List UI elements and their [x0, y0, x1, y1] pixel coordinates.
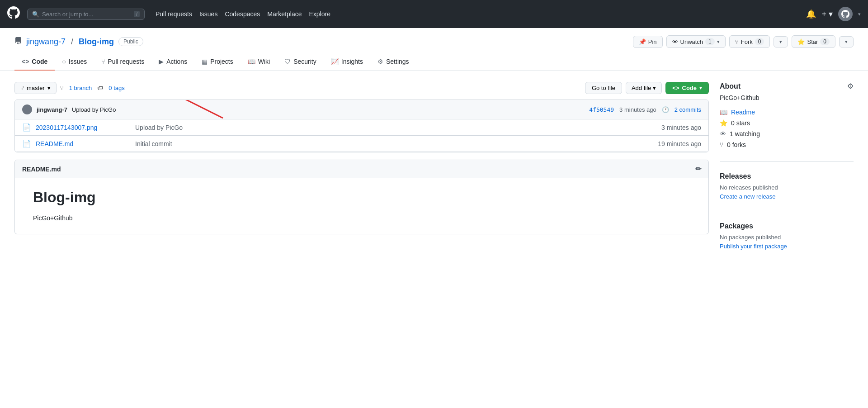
star-icon: ⭐ [797, 38, 805, 45]
repo-icon [14, 37, 22, 46]
tab-actions[interactable]: ▶ Actions [151, 53, 194, 71]
tab-wiki[interactable]: 📖 Wiki [241, 53, 277, 71]
tag-count-link[interactable]: 0 tags [108, 85, 124, 91]
file-name-readme[interactable]: README.md [36, 140, 135, 147]
readme-header: README.md ✏ [15, 160, 708, 178]
top-nav-links: Pull requests Issues Codespaces Marketpl… [156, 10, 330, 18]
go-to-file-button[interactable]: Go to file [585, 82, 622, 94]
repo-separator: / [71, 37, 73, 47]
commit-meta: 4f50549 3 minutes ago 🕐 2 commits [589, 106, 701, 113]
star-label: Star [807, 38, 818, 45]
main-column: ⑂ master ▾ ⑂ 1 branch 🏷 0 tags Go to fil… [14, 82, 709, 261]
stars-item: ⭐ 0 stars [720, 118, 854, 128]
star-dropdown[interactable]: ▾ [839, 36, 854, 47]
code-caret: ▾ [699, 85, 702, 91]
about-section: About ⚙ PicGo+Github 📖 Readme ⭐ 0 stars … [720, 82, 854, 150]
about-title: About [720, 82, 741, 90]
file-table: jingwang-7 Upload by PicGo 4f50549 3 min… [14, 100, 709, 152]
nav-issues[interactable]: Issues [199, 10, 217, 18]
tag-icon: 🏷 [97, 85, 103, 91]
fork-label: Fork [741, 38, 753, 45]
readme-body-text: PicGo+Github [33, 213, 690, 223]
readme-box: README.md ✏ Blog-img PicGo+Github [14, 160, 709, 234]
eye-icon: 👁 [672, 38, 678, 45]
notifications-icon[interactable]: 🔔 [806, 9, 816, 19]
fork-count: 0 [755, 38, 764, 45]
content-area: ⑂ master ▾ ⑂ 1 branch 🏷 0 tags Go to fil… [0, 71, 868, 271]
tab-settings-label: Settings [386, 58, 409, 65]
actions-tab-icon: ▶ [159, 58, 164, 65]
star-count: 0 [820, 38, 830, 45]
tab-issues[interactable]: ○ Issues [55, 53, 94, 71]
user-caret[interactable]: ▾ [858, 11, 861, 17]
readme-edit-icon[interactable]: ✏ [695, 165, 701, 173]
toolbar-right: Go to file Add file ▾ <> Code ▾ [585, 82, 709, 94]
branch-count-link[interactable]: 1 branch [69, 85, 92, 91]
branch-icon-small: ⑂ [60, 85, 64, 91]
file-icon-readme: 📄 [22, 139, 31, 148]
pin-button[interactable]: 📌 Pin [633, 36, 663, 48]
tab-pull-requests[interactable]: ⑂ Pull requests [94, 53, 151, 71]
tab-code-label: Code [32, 58, 47, 65]
tab-insights[interactable]: 📈 Insights [324, 53, 370, 71]
repo-name[interactable]: Blog-img [79, 37, 114, 47]
nav-codespaces[interactable]: Codespaces [225, 10, 260, 18]
code-icon: <> [672, 85, 679, 91]
readme-body: Blog-img PicGo+Github [15, 178, 708, 234]
unwatch-count: 1 [705, 38, 715, 45]
commit-author-name[interactable]: jingwang-7 [37, 106, 67, 113]
search-box[interactable]: 🔍 Search or jump to... / [27, 9, 145, 20]
repo-owner[interactable]: jingwang-7 [26, 37, 66, 47]
tab-issues-label: Issues [69, 58, 87, 65]
security-tab-icon: 🛡 [284, 58, 291, 65]
search-icon: 🔍 [32, 11, 39, 18]
about-gear-icon[interactable]: ⚙ [847, 82, 854, 90]
branch-selector[interactable]: ⑂ master ▾ [14, 82, 57, 94]
settings-tab-icon: ⚙ [377, 58, 383, 65]
releases-title: Releases [720, 172, 854, 180]
commits-count-link[interactable]: 2 commits [675, 106, 701, 113]
user-avatar[interactable] [838, 7, 853, 21]
tab-insights-label: Insights [341, 58, 363, 65]
watching-icon: 👁 [720, 130, 726, 138]
tab-actions-label: Actions [166, 58, 187, 65]
add-file-button[interactable]: Add file ▾ [626, 82, 662, 94]
top-nav-right: 🔔 + ▾ ▾ [806, 7, 861, 21]
commit-message: Upload by PicGo [72, 106, 116, 113]
repo-actions: 📌 Pin 👁 Unwatch 1 ▾ ⑂ Fork 0 ▾ [633, 35, 854, 48]
wiki-tab-icon: 📖 [248, 58, 255, 65]
create-release-link[interactable]: Create a new release [720, 193, 776, 200]
fork-dropdown[interactable]: ▾ [774, 36, 788, 47]
nav-marketplace[interactable]: Marketplace [267, 10, 302, 18]
code-dropdown-button[interactable]: <> Code ▾ [665, 82, 709, 94]
star-count-icon: ⭐ [720, 119, 727, 127]
files-toolbar: ⑂ master ▾ ⑂ 1 branch 🏷 0 tags Go to fil… [14, 82, 709, 94]
tab-projects[interactable]: ▦ Projects [194, 53, 241, 71]
nav-pull-requests[interactable]: Pull requests [156, 10, 192, 18]
plus-icon[interactable]: + ▾ [821, 9, 833, 19]
commit-sha-link[interactable]: 4f50549 [589, 106, 614, 113]
tab-code[interactable]: <> Code [14, 53, 55, 71]
insights-tab-icon: 📈 [331, 58, 339, 65]
pin-icon: 📌 [639, 38, 646, 45]
forks-icon: ⑂ [720, 141, 723, 148]
star-button[interactable]: ⭐ Star 0 [792, 35, 835, 48]
file-row: 📄 20230117143007.png Upload by PicGo 3 m… [15, 119, 708, 136]
tab-security-label: Security [293, 58, 316, 65]
unwatch-button[interactable]: 👁 Unwatch 1 ▾ [666, 35, 726, 48]
publish-package-link[interactable]: Publish your first package [720, 243, 787, 250]
tab-security[interactable]: 🛡 Security [277, 53, 324, 71]
github-logo[interactable] [7, 6, 20, 22]
nav-explore[interactable]: Explore [309, 10, 330, 18]
branch-meta: ⑂ 1 branch 🏷 0 tags [60, 85, 125, 91]
fork-button[interactable]: ⑂ Fork 0 [729, 35, 770, 48]
file-name-png[interactable]: 20230117143007.png [36, 124, 135, 131]
tab-settings[interactable]: ⚙ Settings [370, 53, 416, 71]
sidebar: About ⚙ PicGo+Github 📖 Readme ⭐ 0 stars … [720, 82, 854, 261]
readme-link[interactable]: Readme [731, 109, 755, 116]
about-description: PicGo+Github [720, 94, 854, 101]
tab-pr-label: Pull requests [108, 58, 144, 65]
code-tab-icon: <> [22, 58, 29, 65]
pr-tab-icon: ⑂ [101, 58, 105, 65]
tab-wiki-label: Wiki [258, 58, 270, 65]
